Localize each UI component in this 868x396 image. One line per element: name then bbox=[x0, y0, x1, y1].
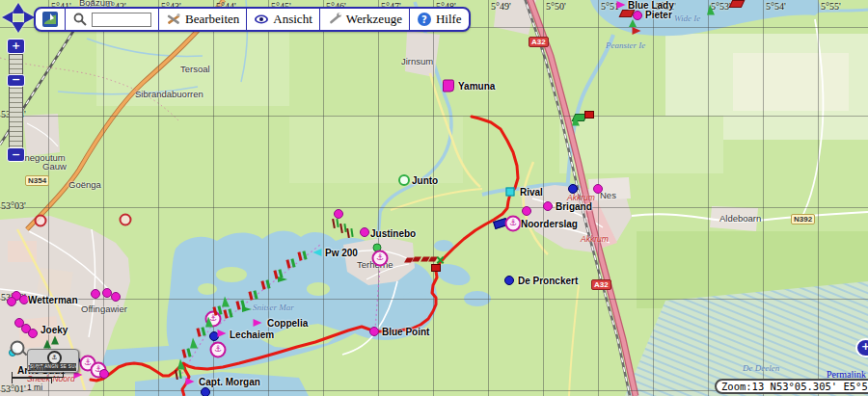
gridline-longitude bbox=[488, 0, 489, 396]
pan-down-icon[interactable] bbox=[12, 22, 25, 33]
buoy-marker[interactable] bbox=[298, 251, 309, 262]
anchor-marker[interactable] bbox=[505, 216, 522, 232]
dot-marker[interactable] bbox=[360, 227, 369, 237]
dot-marker[interactable] bbox=[28, 329, 38, 338]
sail-marker[interactable] bbox=[177, 359, 185, 370]
menu-hilfe[interactable]: ? Hilfe bbox=[409, 9, 469, 30]
ring-green-marker[interactable] bbox=[398, 174, 410, 186]
flag-marker[interactable] bbox=[186, 378, 195, 385]
dot-marker[interactable] bbox=[522, 206, 531, 216]
map-label-lake: Snitser Mar bbox=[253, 303, 294, 312]
flag-red-marker[interactable] bbox=[633, 27, 641, 35]
map-application: 5°41'5°42'5°43'5°44'5°45'5°46'5°47'5°48'… bbox=[0, 0, 868, 396]
scale-bar: 1 km 1 mi bbox=[12, 364, 64, 391]
help-icon: ? bbox=[417, 12, 432, 27]
tri-cyan-marker[interactable] bbox=[313, 249, 322, 256]
wrench-icon bbox=[327, 12, 342, 27]
map-canvas[interactable] bbox=[0, 0, 868, 396]
gridline-latitude bbox=[0, 299, 868, 300]
map-label-badge-yellow: N354 bbox=[25, 175, 49, 186]
ring-red-marker[interactable] bbox=[120, 214, 132, 226]
rect-red-marker[interactable] bbox=[584, 111, 594, 119]
anchor-marker[interactable] bbox=[372, 251, 389, 267]
buoy-marker[interactable] bbox=[286, 259, 297, 270]
dot-marker[interactable] bbox=[91, 289, 100, 299]
flag-marker[interactable] bbox=[254, 319, 262, 327]
pan-up-icon[interactable] bbox=[12, 3, 25, 13]
zoom-slider-handle[interactable]: − bbox=[7, 74, 25, 87]
tree-marker[interactable] bbox=[43, 340, 51, 349]
zoom-out-button[interactable]: − bbox=[7, 147, 25, 162]
buoy-marker[interactable] bbox=[182, 349, 193, 359]
map-label-town: Goënga bbox=[68, 179, 101, 190]
dot-blue-marker[interactable] bbox=[504, 276, 514, 285]
tri-green-marker[interactable] bbox=[629, 19, 637, 27]
gridline-longitude bbox=[158, 0, 159, 396]
map-label-badge-yellow: N392 bbox=[791, 214, 815, 224]
buoy-marker[interactable] bbox=[261, 280, 272, 291]
buoy-marker[interactable] bbox=[224, 309, 234, 320]
edit-tools-icon bbox=[166, 12, 181, 27]
marker-label: Brigand bbox=[556, 201, 592, 212]
ring-red-marker[interactable] bbox=[35, 215, 47, 227]
mast-marker[interactable] bbox=[346, 228, 354, 238]
map-label-town: Aldeboarn bbox=[719, 213, 761, 224]
map-label-town: Nes bbox=[600, 190, 616, 200]
marker-label: Justinebo bbox=[370, 228, 416, 239]
flag-marker[interactable] bbox=[218, 330, 227, 337]
zoom-slider-track[interactable] bbox=[9, 54, 23, 148]
gridline-longitude bbox=[378, 0, 379, 396]
menu-bearbeiten[interactable]: Bearbeiten bbox=[158, 9, 246, 30]
marker-label: Coppelia bbox=[267, 318, 308, 329]
anchor-marker[interactable] bbox=[210, 342, 227, 358]
arrow-green-marker[interactable] bbox=[242, 306, 252, 312]
map-logo-icon bbox=[42, 12, 58, 27]
gridline-longitude bbox=[598, 0, 599, 396]
buoy-marker[interactable] bbox=[197, 328, 207, 338]
tree-marker[interactable] bbox=[51, 336, 59, 345]
dot-marker[interactable] bbox=[334, 209, 343, 219]
gridline-longitude bbox=[708, 0, 709, 396]
dot-marker[interactable] bbox=[593, 184, 603, 194]
sail-marker[interactable] bbox=[707, 5, 715, 15]
gridline-longitude bbox=[323, 0, 324, 396]
main-toolbar: Bearbeiten Ansicht Werkzeuge ? Hilfe bbox=[34, 7, 471, 32]
zoom-in-button[interactable]: + bbox=[7, 39, 25, 54]
rect-red-marker[interactable] bbox=[431, 264, 441, 272]
dot-blue-marker[interactable] bbox=[201, 387, 210, 396]
mast-marker[interactable] bbox=[175, 370, 182, 380]
scale-km-label: 1 km bbox=[27, 364, 64, 372]
flag-marker[interactable] bbox=[617, 1, 626, 9]
gridline-longitude bbox=[48, 0, 49, 396]
dot-marker[interactable] bbox=[99, 369, 109, 379]
menu-werkzeuge[interactable]: Werkzeuge bbox=[319, 9, 409, 30]
sail-marker[interactable] bbox=[572, 116, 580, 126]
mast-marker[interactable] bbox=[332, 219, 339, 228]
pan-left-icon[interactable] bbox=[2, 12, 13, 23]
gridline-latitude bbox=[0, 116, 868, 117]
buoy-marker[interactable] bbox=[249, 291, 259, 302]
dot-marker[interactable] bbox=[543, 201, 553, 211]
dot-marker[interactable] bbox=[111, 292, 121, 302]
map-label-badge-red: A32 bbox=[529, 37, 549, 47]
map-label-lake: Peanster Ie bbox=[606, 40, 645, 50]
rect-cyan-marker[interactable] bbox=[506, 188, 515, 197]
scale-mi-label: 1 mi bbox=[27, 383, 64, 391]
map-label-town: Jirnsum bbox=[401, 56, 433, 66]
dot-marker[interactable] bbox=[7, 297, 16, 306]
map-label-lake: Wide Ie bbox=[674, 13, 700, 23]
search-input[interactable] bbox=[92, 13, 151, 27]
gridline-longitude bbox=[543, 0, 544, 396]
map-label-badge-red: A32 bbox=[591, 279, 611, 290]
map-style-button[interactable] bbox=[36, 9, 65, 30]
dot-marker[interactable] bbox=[369, 327, 379, 336]
boat-mag-marker[interactable] bbox=[443, 80, 454, 92]
map-label-town: Offingawier bbox=[81, 304, 127, 314]
sail-marker[interactable] bbox=[205, 317, 213, 328]
menu-ansicht[interactable]: Ansicht bbox=[246, 9, 318, 30]
arrow-green-marker[interactable] bbox=[278, 277, 287, 282]
dot-blue-marker[interactable] bbox=[568, 184, 578, 194]
magnifier-marker[interactable] bbox=[11, 341, 25, 356]
buoy-marker[interactable] bbox=[213, 306, 224, 317]
sail-marker[interactable] bbox=[190, 338, 198, 349]
